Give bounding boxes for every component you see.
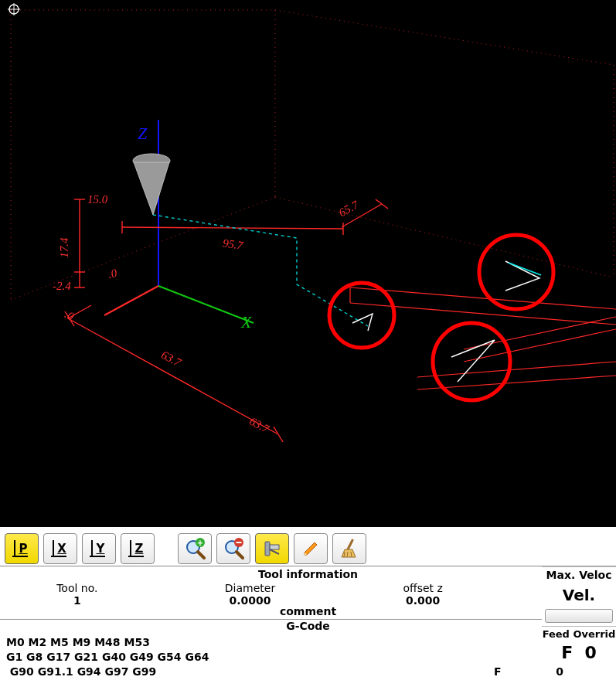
- svg-line-17: [376, 199, 388, 209]
- tool-cone-icon: [133, 154, 170, 215]
- comment-label: comment: [0, 605, 616, 617]
- zoom-in-icon: +: [184, 538, 206, 559]
- svg-line-26: [198, 552, 204, 558]
- svg-rect-33: [265, 542, 270, 556]
- gcode-title: G-Code: [0, 620, 616, 632]
- clear-button[interactable]: [332, 533, 366, 564]
- svg-line-1: [104, 286, 158, 315]
- dim-mid-back: 95.7: [222, 236, 243, 252]
- broom-icon: [340, 539, 359, 559]
- offset-z-value: 0.000: [352, 594, 494, 607]
- axis-x-label: X: [241, 312, 251, 332]
- svg-line-10: [68, 318, 278, 434]
- gcode-listing: M0 M2 M5 M9 M48 M53 G1 G8 G17 G21 G40 G4…: [6, 635, 494, 687]
- tool-info-title: Tool information: [0, 566, 616, 582]
- svg-marker-4: [134, 162, 169, 215]
- view-x-button[interactable]: X: [43, 533, 77, 564]
- max-veloc-label: Max. Veloc: [542, 566, 616, 581]
- feed-override-label: Feed Overrid: [542, 626, 616, 640]
- dim-left-top: 15.0: [87, 193, 107, 206]
- svg-line-30: [237, 552, 243, 558]
- zoom-in-button[interactable]: +: [178, 533, 212, 564]
- edit-button[interactable]: [294, 533, 328, 564]
- svg-point-20: [479, 235, 553, 309]
- svg-line-12: [274, 427, 283, 442]
- crosshair-icon: [8, 3, 20, 15]
- view-p-button[interactable]: P: [5, 533, 39, 564]
- view-y-button[interactable]: Y: [82, 533, 116, 564]
- svg-line-38: [348, 540, 352, 549]
- svg-text:+: +: [197, 539, 203, 547]
- zoom-out-button[interactable]: [216, 533, 250, 564]
- svg-rect-32: [237, 542, 242, 543]
- svg-line-18: [509, 263, 541, 275]
- pencil-icon: [301, 539, 320, 558]
- view-toolbar: P X Y Z +: [0, 527, 616, 566]
- tool-no-value: 1: [6, 594, 148, 607]
- feed-f-label: F: [561, 643, 573, 662]
- tool-no-label: Tool no.: [6, 582, 148, 594]
- diameter-label: Diameter: [179, 582, 322, 594]
- tool-info-panel: Tool no. 1 Diameter 0.0000 offset z 0.00…: [0, 582, 616, 607]
- view-z-button[interactable]: Z: [121, 533, 155, 564]
- dim-left-mid: 17.4: [58, 237, 71, 257]
- svg-point-21: [433, 323, 510, 400]
- feed-f-value: 0: [585, 643, 597, 662]
- offset-z-label: offset z: [352, 582, 494, 594]
- caliper-icon: [262, 539, 282, 559]
- svg-line-2: [158, 286, 254, 323]
- dim-left-bot1: -2.4: [53, 280, 71, 293]
- svg-point-19: [329, 283, 394, 348]
- vel-label: Vel.: [542, 581, 616, 609]
- viewport-grid: [0, 0, 616, 527]
- velocity-panel: Max. Veloc Vel. Feed Overrid F 0: [542, 566, 616, 662]
- measure-button[interactable]: [255, 533, 289, 564]
- zoom-out-icon: [223, 538, 244, 559]
- axis-z-label: Z: [138, 124, 147, 144]
- gl-viewport[interactable]: Z X 15.0 17.4 -2.4 .0 65.7 95.7 .0 63.7 …: [0, 0, 616, 527]
- svg-rect-34: [270, 545, 279, 549]
- svg-line-35: [270, 549, 279, 554]
- svg-marker-36: [305, 542, 317, 555]
- vel-slider[interactable]: [545, 609, 613, 623]
